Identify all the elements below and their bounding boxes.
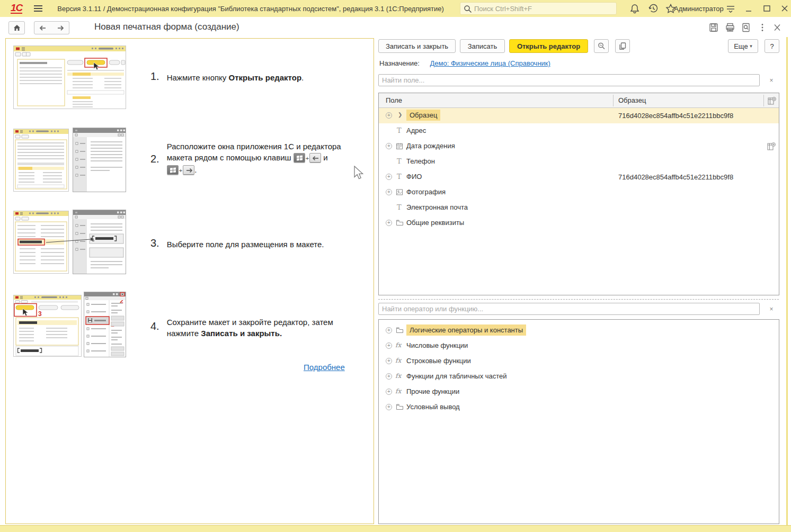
expand-icon[interactable]: + bbox=[386, 174, 392, 180]
row-label: Фотография bbox=[406, 188, 446, 196]
tutorial-panel: 1. Нажмите кнопку Открыть редактор. bbox=[5, 38, 374, 524]
operator-row[interactable]: + Условный вывод bbox=[379, 400, 779, 415]
current-user[interactable]: Администратор bbox=[674, 5, 724, 13]
folder-icon bbox=[396, 219, 404, 226]
operator-label: Условный вывод bbox=[406, 403, 460, 411]
global-search-input[interactable] bbox=[474, 3, 612, 14]
operator-row[interactable]: + fx Числовые функции bbox=[379, 338, 779, 354]
copy-icon bbox=[618, 42, 627, 50]
table-row[interactable]: + ❯ Образец 716d4028ec854affb4c51e2211bb… bbox=[379, 108, 779, 123]
maximize-icon[interactable] bbox=[761, 3, 772, 14]
save-button[interactable]: Записать bbox=[460, 39, 505, 53]
table-settings-icon[interactable] bbox=[767, 96, 777, 105]
assignment-label: Назначение: bbox=[379, 59, 420, 67]
settings-sliders-icon[interactable] bbox=[725, 3, 736, 14]
table-row[interactable]: + Фотография bbox=[379, 185, 779, 200]
operator-row[interactable]: + fx Прочие функции bbox=[379, 384, 779, 400]
column-sample[interactable]: Образец bbox=[618, 96, 646, 104]
magnifier-icon bbox=[597, 42, 606, 50]
app-titlebar: 1С Версия 3.1.11 / Демонстрационная конф… bbox=[0, 0, 791, 17]
forward-arrow-icon bbox=[56, 25, 65, 31]
calendar-icon bbox=[396, 142, 403, 150]
global-search-box[interactable] bbox=[460, 2, 617, 15]
windows-key-icon bbox=[167, 165, 179, 175]
page-title: Новая печатная форма (создание) bbox=[94, 22, 239, 32]
chevron-right-icon[interactable]: ❯ bbox=[398, 112, 402, 118]
folder-icon bbox=[396, 327, 404, 333]
clear-field-search-icon[interactable]: × bbox=[767, 76, 776, 85]
right-arrow-key-icon bbox=[183, 165, 194, 175]
table-row[interactable]: + Дата рождения bbox=[379, 139, 779, 154]
home-button[interactable] bbox=[8, 21, 25, 34]
expand-icon[interactable]: + bbox=[386, 112, 392, 119]
notifications-bell-icon[interactable] bbox=[629, 3, 641, 14]
table-settings-floating-icon[interactable] bbox=[767, 141, 776, 151]
panel-splitter[interactable] bbox=[378, 299, 779, 300]
operator-row[interactable]: + fx Строковые функции bbox=[379, 354, 779, 369]
help-button[interactable]: ? bbox=[765, 39, 779, 53]
expand-icon[interactable]: + bbox=[386, 389, 392, 395]
step-number: 3. bbox=[150, 237, 159, 250]
expand-icon[interactable]: + bbox=[386, 373, 392, 380]
table-row[interactable]: T Электронная почта bbox=[379, 200, 779, 215]
back-button[interactable] bbox=[34, 21, 52, 34]
expand-icon[interactable]: + bbox=[386, 143, 392, 149]
open-editor-button[interactable]: Открыть редактор bbox=[509, 39, 588, 53]
function-icon: fx bbox=[395, 372, 401, 380]
forward-button[interactable] bbox=[51, 21, 69, 34]
step-number: 2. bbox=[150, 153, 159, 176]
print-preview-icon[interactable] bbox=[740, 22, 752, 33]
text-type-icon: T bbox=[397, 203, 402, 211]
table-row[interactable]: T Телефон bbox=[379, 154, 779, 169]
more-actions-button[interactable]: Еще ▾ bbox=[728, 39, 758, 53]
column-field[interactable]: Поле bbox=[386, 96, 402, 104]
history-icon[interactable] bbox=[647, 3, 659, 14]
assignment-link[interactable]: Демо: Физические лица (Справочник) bbox=[430, 59, 550, 67]
save-close-button[interactable]: Записать и закрыть bbox=[378, 39, 456, 53]
tutorial-step1-image bbox=[13, 46, 126, 109]
status-bar bbox=[0, 525, 791, 532]
back-arrow-icon bbox=[39, 25, 47, 31]
print-icon[interactable] bbox=[724, 22, 736, 33]
search-icon bbox=[464, 5, 472, 13]
row-value: 716d4028ec854affb4c51e2211bbc9f8 bbox=[618, 112, 733, 120]
table-row[interactable]: + T ФИО 716d4028ec854affb4c51e2211bbc9f8 bbox=[379, 169, 779, 185]
expand-icon[interactable]: + bbox=[386, 358, 392, 364]
table-row[interactable]: T Адрес bbox=[379, 123, 779, 139]
window-title: Версия 3.1.11 / Демонстрационная конфигу… bbox=[57, 5, 444, 13]
1c-logo-icon: 1С bbox=[11, 3, 22, 14]
tutorial-step-1: 1. Нажмите кнопку Открыть редактор. bbox=[150, 70, 362, 83]
operator-row[interactable]: + fx Функции для табличных частей bbox=[379, 369, 779, 384]
expand-icon[interactable]: + bbox=[386, 220, 392, 226]
home-icon bbox=[13, 24, 21, 32]
more-details-link[interactable]: Подробнее bbox=[304, 363, 345, 372]
save-icon[interactable] bbox=[708, 22, 719, 33]
copy-button[interactable] bbox=[615, 39, 630, 53]
close-form-icon[interactable] bbox=[771, 22, 783, 33]
tutorial-step-2: 2. Расположите окна приложения 1С и реда… bbox=[150, 139, 368, 176]
expand-icon[interactable]: + bbox=[386, 404, 392, 410]
row-label: Дата рождения bbox=[406, 142, 455, 150]
minimize-icon[interactable] bbox=[743, 3, 754, 14]
step-number: 4. bbox=[150, 320, 159, 339]
operator-search-input[interactable] bbox=[378, 303, 760, 315]
expand-icon[interactable]: + bbox=[386, 342, 392, 349]
table-row[interactable]: + Общие реквизиты bbox=[379, 215, 779, 231]
field-search-input[interactable] bbox=[378, 74, 760, 86]
step-number: 1. bbox=[150, 70, 159, 83]
expand-icon[interactable]: + bbox=[386, 327, 392, 333]
close-window-icon[interactable] bbox=[779, 3, 790, 14]
function-icon: fx bbox=[395, 341, 401, 349]
operator-row[interactable]: + Логические операторы и константы bbox=[379, 323, 779, 338]
more-kebab-icon[interactable] bbox=[757, 22, 768, 33]
function-icon: fx bbox=[395, 387, 401, 395]
search-fields-button[interactable] bbox=[594, 39, 609, 53]
thumb4-mark-3: 3 bbox=[38, 310, 42, 318]
operator-label: Строковые функции bbox=[406, 357, 471, 365]
tutorial-step4-image: 2 1 bbox=[13, 292, 126, 358]
operator-label: Логические операторы и константы bbox=[406, 324, 526, 336]
clear-operator-search-icon[interactable]: × bbox=[767, 305, 776, 313]
expand-icon[interactable]: + bbox=[386, 189, 392, 195]
row-label: Общие реквизиты bbox=[406, 219, 464, 227]
main-menu-icon[interactable] bbox=[34, 5, 42, 12]
